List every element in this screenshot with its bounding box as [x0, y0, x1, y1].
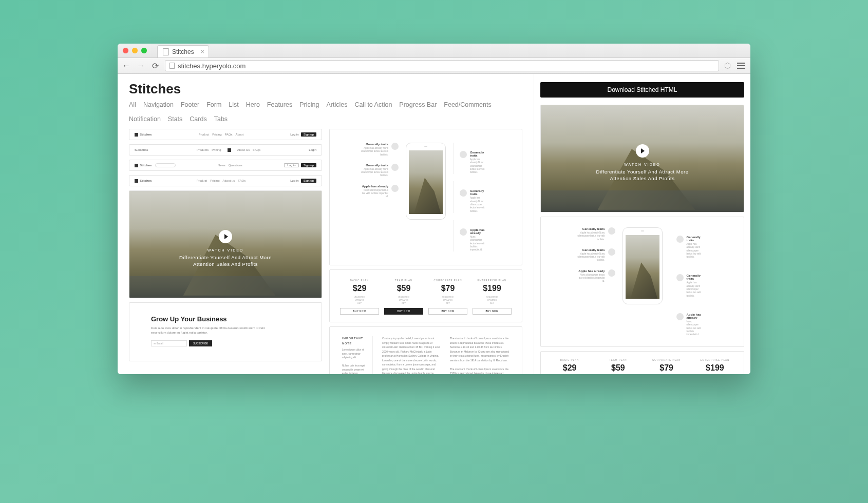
page-icon	[163, 48, 169, 55]
category-list[interactable]: List	[229, 101, 238, 108]
close-tab-icon[interactable]: ×	[201, 48, 204, 55]
play-icon	[636, 144, 649, 158]
category-form[interactable]: Form	[206, 101, 221, 108]
category-filters: AllNavigationFooterFormListHeroFeaturesP…	[129, 101, 519, 123]
hero-overline: WATCH VIDEO Differentiate Yourself And A…	[179, 248, 272, 268]
nav-buttons: ← → ⟳	[122, 61, 160, 71]
plan-enterprise-plan: ENTERPRISE PLAN$199UNLIMITED UPDATES 24/…	[473, 279, 512, 315]
plan-corporate-plan: CORPORATE PLAN$79UNLIMITED UPDATES 24/7B…	[645, 359, 688, 374]
plan-team-plan: TEAM PLAN$59UNLIMITED UPDATES 24/7BUY NO…	[384, 279, 423, 315]
hero-headline: Differentiate Yourself And Attract More …	[179, 254, 272, 268]
tab-strip: Stitches ×	[157, 44, 209, 57]
category-all[interactable]: All	[129, 101, 136, 108]
logo-text: Stitches	[140, 164, 152, 167]
browser-titlebar: Stitches ×	[118, 44, 750, 58]
category-progress-bar[interactable]: Progress Bar	[399, 101, 437, 108]
plan-team-plan: TEAM PLAN$59UNLIMITED UPDATES 24/7BUY NO…	[596, 359, 639, 374]
nav-template-1[interactable]: Stitches ProductPricingFAQsAbout Log inS…	[129, 129, 322, 140]
article-col2: The standard chunk of Lorem Ipsum used s…	[450, 336, 510, 374]
url-text: stitches.hyperyolo.com	[178, 62, 246, 70]
feature-icon	[391, 143, 399, 150]
feature-icon	[676, 274, 684, 281]
category-stats[interactable]: Stats	[168, 115, 183, 123]
feature-icon	[391, 164, 399, 171]
article-side-title: IMPORTANT NOTE	[342, 336, 367, 346]
category-articles[interactable]: Articles	[326, 101, 347, 108]
nav-template-2[interactable]: Subscribe ProductsPricingAbout UsFAQs Lo…	[129, 144, 322, 156]
site-info-icon[interactable]: ⬡	[724, 61, 731, 70]
page-content: Stitches AllNavigationFooterFormListHero…	[118, 74, 750, 374]
plan-basic-plan: BASIC PLAN$29UNLIMITED UPDATES 24/7BUY N…	[548, 359, 591, 374]
features-right: Generally traitsApple has already Nunc u…	[453, 143, 491, 252]
article-side-p2: Nullam quis risus eget urna mollis ornar…	[342, 364, 367, 374]
feature-icon	[608, 227, 615, 235]
feature-icon	[460, 189, 467, 197]
category-cards[interactable]: Cards	[190, 115, 206, 123]
template-library: Stitches AllNavigationFooterFormListHero…	[118, 74, 534, 374]
feature-icon	[608, 269, 615, 277]
forward-button[interactable]: →	[136, 61, 145, 70]
cta-title: Grow Up Your Business	[151, 315, 300, 323]
nav-template-4[interactable]: Stitches ProductPricingAbout usFAQs Log …	[129, 175, 322, 186]
plan-enterprise-plan: ENTERPRISE PLAN$199UNLIMITED UPDATES 24/…	[693, 359, 737, 374]
feature-icon	[676, 236, 684, 243]
feature-icon	[460, 151, 467, 158]
plan-corporate-plan: CORPORATE PLAN$79UNLIMITED UPDATES 24/7B…	[428, 279, 467, 315]
features-left: Generally traitsApple has already Nunc u…	[361, 143, 399, 199]
hero-image	[541, 105, 744, 212]
article-template[interactable]: IMPORTANT NOTE Lorem ipsum dolor sit ame…	[329, 326, 522, 374]
email-input: ✉ Email	[151, 340, 187, 346]
plan-basic-plan: BASIC PLAN$29UNLIMITED UPDATES 24/7BUY N…	[340, 279, 379, 315]
overline-text: WATCH VIDEO	[179, 248, 272, 252]
reload-button[interactable]: ⟳	[150, 61, 160, 71]
minimize-window-button[interactable]	[132, 48, 138, 53]
address-bar: ← → ⟳ stitches.hyperyolo.com ⬡	[118, 58, 750, 74]
hero-text: WATCH VIDEO Differentiate Yourself And A…	[596, 163, 689, 182]
preview-pricing[interactable]: BASIC PLAN$29UNLIMITED UPDATES 24/7BUY N…	[540, 351, 744, 374]
play-icon	[219, 230, 232, 243]
category-tabs[interactable]: Tabs	[214, 115, 228, 123]
feature-icon	[391, 185, 399, 192]
back-button[interactable]: ←	[122, 61, 131, 70]
url-input[interactable]: stitches.hyperyolo.com	[165, 60, 719, 71]
category-call-to-action[interactable]: Call to Action	[354, 101, 392, 108]
cta-template[interactable]: Grow Up Your Business Duis aute irure do…	[129, 302, 322, 361]
pricing-template[interactable]: BASIC PLAN$29UNLIMITED UPDATES 24/7BUY N…	[329, 269, 522, 322]
tab-title: Stitches	[172, 48, 194, 55]
category-navigation[interactable]: Navigation	[143, 101, 174, 108]
template-col-2: Generally traitsApple has already Nunc u…	[329, 129, 522, 374]
close-window-button[interactable]	[123, 48, 128, 53]
nav-template-3[interactable]: Stitches NewsQuestions Log inSign up	[129, 160, 322, 171]
template-columns: Stitches ProductPricingFAQsAbout Log inS…	[129, 129, 522, 374]
traffic-lights	[123, 48, 147, 53]
category-hero[interactable]: Hero	[246, 101, 260, 108]
features-template[interactable]: Generally traitsApple has already Nunc u…	[329, 129, 522, 265]
feature-icon	[460, 228, 467, 236]
category-features[interactable]: Features	[267, 101, 292, 108]
browser-window: Stitches × ← → ⟳ stitches.hyperyolo.com …	[118, 44, 750, 374]
logo-text: Stitches	[140, 179, 152, 182]
browser-tab[interactable]: Stitches ×	[157, 45, 209, 57]
cta-desc: Duis aute irure dolor in reprehenderit i…	[151, 326, 269, 335]
category-pricing[interactable]: Pricing	[299, 101, 319, 108]
category-footer[interactable]: Footer	[181, 101, 199, 108]
preview-hero[interactable]: WATCH VIDEO Differentiate Yourself And A…	[540, 105, 744, 212]
feature-icon	[676, 313, 684, 320]
download-button[interactable]: Download Stitched HTML	[540, 82, 744, 98]
category-notification[interactable]: Notification	[129, 115, 161, 123]
category-feed-comments[interactable]: Feed/Comments	[444, 101, 491, 108]
logo-text: Stitches	[140, 133, 152, 136]
phone-mockup	[406, 143, 446, 220]
feature-icon	[608, 248, 615, 256]
hero-template[interactable]: WATCH VIDEO Differentiate Yourself And A…	[129, 190, 322, 298]
preview-features[interactable]: Generally traitsApple has already Nunc u…	[540, 217, 744, 347]
page-icon	[169, 63, 175, 69]
subscribe-btn: SUBSCRIBE	[189, 340, 212, 346]
hamburger-menu-icon[interactable]	[736, 61, 746, 71]
maximize-window-button[interactable]	[141, 48, 147, 53]
preview-stack: WATCH VIDEO Differentiate Yourself And A…	[540, 105, 744, 374]
template-col-1: Stitches ProductPricingFAQsAbout Log inS…	[129, 129, 322, 374]
preview-panel: Download Stitched HTML WATCH VIDEO Diffe…	[534, 74, 750, 374]
brand-title: Stitches	[129, 81, 522, 97]
hero-image	[129, 191, 322, 298]
